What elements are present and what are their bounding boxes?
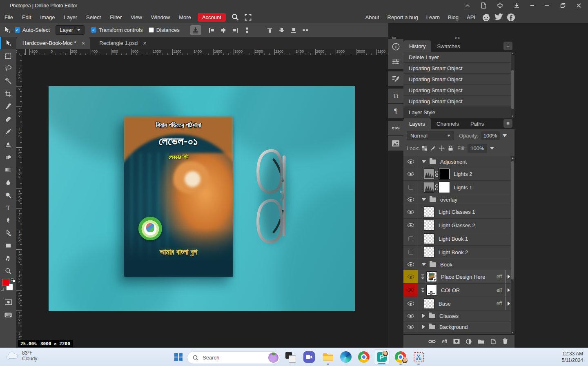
- blend-mode-select[interactable]: Normal: [407, 131, 454, 140]
- distances-checkbox[interactable]: [149, 27, 154, 33]
- layer-thumbnail[interactable]: [426, 271, 437, 282]
- transform-controls-checkbox[interactable]: ✓: [91, 27, 96, 33]
- paragraph-panel-icon[interactable]: ¶: [388, 104, 403, 118]
- tool-lasso[interactable]: [0, 62, 16, 75]
- properties-icon[interactable]: [388, 54, 403, 69]
- tab-channels[interactable]: Channels: [431, 118, 465, 129]
- canvas[interactable]: শিয়াল পন্ডিতের পাঠশালা লেভেল-০১ লেকচার …: [49, 86, 355, 311]
- opacity-value[interactable]: 100%: [481, 131, 500, 140]
- close-tab-icon[interactable]: ×: [141, 40, 148, 47]
- reddit-icon[interactable]: [482, 13, 490, 22]
- menu-filter[interactable]: Filter: [105, 11, 126, 23]
- eye-icon[interactable]: [408, 262, 414, 266]
- mask-thumbnail[interactable]: [439, 169, 450, 179]
- fullscreen-icon[interactable]: [245, 14, 252, 21]
- mask-icon[interactable]: [453, 339, 460, 344]
- effects-button[interactable]: eff: [442, 338, 447, 344]
- layer-thumbnail[interactable]: [424, 206, 434, 217]
- align-top-icon[interactable]: [267, 27, 273, 33]
- layers-menu-icon[interactable]: ≡: [503, 119, 512, 128]
- document-tab[interactable]: Hardcover-Book-Moc *×: [16, 37, 90, 49]
- eye-icon[interactable]: [408, 325, 414, 329]
- account-button[interactable]: Account: [198, 13, 226, 22]
- collapse-group-icon[interactable]: [422, 198, 426, 201]
- taskbar-app-teams[interactable]: [301, 349, 317, 365]
- effects-label[interactable]: eff: [497, 274, 502, 279]
- tool-dodge[interactable]: [0, 189, 16, 201]
- layer-row-lights-2[interactable]: Lights 2: [403, 167, 514, 181]
- tool-hand[interactable]: [0, 252, 16, 264]
- fill-value[interactable]: 100%: [468, 144, 487, 153]
- lock-pixels-icon[interactable]: [430, 146, 436, 151]
- effects-expand-icon[interactable]: [508, 302, 510, 306]
- history-step[interactable]: Updating Smart Object: [403, 85, 514, 96]
- align-middle-icon[interactable]: [278, 27, 285, 33]
- taskbar-app-photopea[interactable]: P: [374, 349, 390, 365]
- layer-row-overlay[interactable]: overlay: [403, 194, 514, 205]
- visibility-checkbox[interactable]: [408, 185, 413, 190]
- expand-group-icon[interactable]: [422, 325, 425, 329]
- image-panel-icon[interactable]: [388, 136, 403, 151]
- align-right-icon[interactable]: [232, 27, 238, 33]
- align-bottom-icon[interactable]: [290, 27, 297, 33]
- tool-blur[interactable]: [0, 176, 16, 189]
- align-center-vertical-icon[interactable]: [220, 27, 227, 33]
- download-icon[interactable]: [514, 2, 520, 9]
- mask-thumbnail[interactable]: [439, 182, 450, 193]
- tool-healing[interactable]: [0, 113, 16, 125]
- document-tab[interactable]: Rectangle 1.psd×: [93, 37, 151, 49]
- lock-transparency-icon[interactable]: [422, 146, 427, 151]
- taskbar-app-explorer[interactable]: [320, 349, 336, 365]
- close-tab-icon[interactable]: ×: [80, 40, 87, 47]
- layer-thumbnail[interactable]: [424, 220, 434, 231]
- close-icon[interactable]: [576, 3, 581, 8]
- layer-row-background[interactable]: Background: [403, 322, 514, 333]
- effects-label[interactable]: eff: [497, 287, 502, 293]
- history-menu-icon[interactable]: ≡: [503, 42, 512, 50]
- menu-select[interactable]: Select: [82, 11, 105, 23]
- tool-quick-mask[interactable]: [0, 296, 16, 308]
- history-step[interactable]: Updating Smart Object: [403, 74, 514, 85]
- eye-icon[interactable]: [408, 172, 414, 176]
- tool-magic-wand[interactable]: [0, 75, 16, 87]
- tool-zoom[interactable]: [0, 264, 16, 277]
- eye-icon[interactable]: [408, 160, 414, 164]
- adjustment-thumbnail[interactable]: [424, 169, 434, 179]
- effects-expand-icon[interactable]: [508, 275, 510, 279]
- history-step[interactable]: Delete Layer: [403, 52, 514, 63]
- lock-all-icon[interactable]: [448, 145, 453, 151]
- tab-swatches[interactable]: Swatches: [431, 40, 466, 52]
- collapse-panel-icon[interactable]: ><: [455, 36, 460, 40]
- layers-scrollbar[interactable]: ▲ ▼: [511, 156, 514, 334]
- eye-icon[interactable]: [408, 197, 414, 202]
- tab-layers[interactable]: Layers: [403, 118, 431, 129]
- expand-panel-icon[interactable]: <>: [392, 36, 397, 40]
- character-panel-icon[interactable]: Tt: [388, 89, 403, 103]
- delete-icon[interactable]: [502, 338, 508, 344]
- layer-row-lights-1[interactable]: Lights 1: [403, 181, 514, 194]
- layer-row-color[interactable]: COLOReff: [403, 284, 514, 297]
- extensions-icon[interactable]: [497, 2, 503, 9]
- tool-crop[interactable]: [0, 87, 16, 100]
- taskbar-app-edge[interactable]: [338, 349, 354, 365]
- distribute-vertical-icon[interactable]: [244, 27, 250, 33]
- layer-row-base[interactable]: Baseeff: [403, 297, 514, 311]
- adjustment-thumbnail[interactable]: [424, 182, 434, 193]
- tool-rectangle[interactable]: [0, 239, 16, 252]
- history-step[interactable]: Layer Style: [403, 107, 514, 118]
- collapse-group-icon[interactable]: [422, 263, 426, 266]
- history-step[interactable]: Updating Smart Object: [403, 63, 514, 74]
- menu-edit[interactable]: Edit: [18, 11, 36, 23]
- link-blog[interactable]: Blog: [444, 14, 463, 20]
- taskbar-app-chrome[interactable]: [356, 349, 372, 365]
- twitter-icon[interactable]: [494, 13, 503, 21]
- search-icon[interactable]: [232, 13, 239, 21]
- menu-image[interactable]: Image: [36, 11, 59, 23]
- more-icon[interactable]: [530, 4, 534, 7]
- download-icon[interactable]: [190, 25, 201, 35]
- adjustment-icon[interactable]: [466, 339, 472, 344]
- info-icon[interactable]: [388, 39, 403, 54]
- folder-icon[interactable]: [478, 339, 484, 344]
- tool-pen[interactable]: [0, 214, 16, 226]
- tool-marquee[interactable]: [0, 49, 16, 62]
